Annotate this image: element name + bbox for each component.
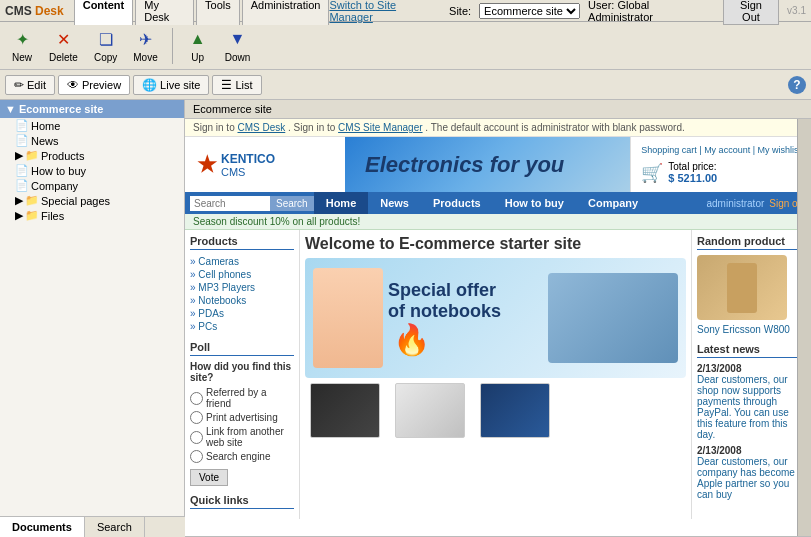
folder-icon: 📁 — [25, 149, 39, 162]
cms-site-manager-link[interactable]: CMS Site Manager — [338, 122, 422, 133]
view-toolbar: ✏ Edit 👁 Preview 🌐 Live site ☰ List ? — [0, 70, 811, 100]
folder-icon: 📁 — [25, 194, 39, 207]
live-site-icon: 🌐 — [142, 78, 157, 92]
tree-root[interactable]: ▼ Ecommerce site — [0, 100, 184, 118]
new-button[interactable]: ✦ New — [5, 26, 39, 65]
help-button[interactable]: ? — [788, 76, 806, 94]
poll-option-1: Referred by a friend — [190, 387, 294, 409]
poll-label-4: Search engine — [206, 451, 271, 462]
tree-item-special-pages[interactable]: ▶ 📁 Special pages — [0, 193, 184, 208]
poll-option-2: Print advertising — [190, 411, 294, 424]
poll-section: Poll How did you find this site? Referre… — [190, 341, 294, 486]
list-icon: ☰ — [221, 78, 232, 92]
product-thumb-2[interactable] — [390, 383, 470, 440]
tab-administration[interactable]: Administration — [242, 0, 330, 25]
tab-tools[interactable]: Tools — [196, 0, 240, 25]
nav-home[interactable]: Home — [314, 192, 369, 214]
switch-site-manager-link[interactable]: Switch to Site Manager — [329, 0, 441, 23]
site-left-column: Products Cameras Cell phones MP3 Players… — [185, 230, 300, 519]
tree-item-products[interactable]: ▶ 📁 Products — [0, 148, 184, 163]
move-button[interactable]: ✈ Move — [127, 26, 163, 65]
site-banner: Electronics for you — [345, 137, 630, 192]
latest-news-header: Latest news — [697, 343, 806, 358]
news-date-1: 2/13/2008 — [697, 363, 806, 374]
live-site-button[interactable]: 🌐 Live site — [133, 75, 209, 95]
news-link-1[interactable]: Dear customers, our shop now supports pa… — [697, 374, 806, 440]
random-product-image — [697, 255, 787, 320]
tab-search[interactable]: Search — [85, 517, 145, 537]
site-info-bar: Sign in to CMS Desk . Sign in to CMS Sit… — [185, 119, 811, 137]
content-title: Ecommerce site — [185, 100, 811, 119]
sidebar-bottom: Documents Search — [0, 516, 185, 537]
product-pdas[interactable]: PDAs — [190, 307, 294, 320]
search-button[interactable]: Search — [270, 196, 314, 211]
featured-products — [305, 383, 686, 440]
cms-desk-link[interactable]: CMS Desk — [237, 122, 285, 133]
tree-item-home[interactable]: 📄 Home — [0, 118, 184, 133]
special-offer-person — [313, 268, 383, 368]
tree-item-label: Home — [31, 120, 60, 132]
poll-radio-1[interactable] — [190, 392, 203, 405]
info-suffix: . The default account is administrator w… — [425, 122, 684, 133]
product-image-1 — [310, 383, 380, 438]
kentico-k-icon: ★ — [197, 152, 217, 178]
site-nav: Search Home News Products How to buy Com… — [185, 192, 811, 214]
product-pcs[interactable]: PCs — [190, 320, 294, 333]
product-cameras[interactable]: Cameras — [190, 255, 294, 268]
tree-item-label: News — [31, 135, 59, 147]
tree-item-label: Company — [31, 180, 78, 192]
search-input[interactable] — [190, 196, 270, 211]
ecommerce-site-label: Ecommerce site — [19, 103, 103, 115]
top-bar: CMS Desk Content My Desk Tools Administr… — [0, 0, 811, 22]
tree-item-files[interactable]: ▶ 📁 Files — [0, 208, 184, 223]
cart-links[interactable]: Shopping cart | My account | My wishlist — [641, 145, 801, 155]
product-image-3 — [480, 383, 550, 438]
delete-button[interactable]: ✕ Delete — [43, 26, 84, 65]
down-button[interactable]: ▼ Down — [219, 26, 257, 65]
sign-out-button[interactable]: Sign Out — [723, 0, 779, 25]
news-link-2[interactable]: Dear customers, our company has become A… — [697, 456, 806, 500]
tab-content[interactable]: Content — [74, 0, 134, 25]
vote-button[interactable]: Vote — [190, 469, 228, 486]
toolbar-separator — [172, 28, 173, 64]
nav-links: Home News Products How to buy Company — [314, 192, 707, 214]
up-arrow-icon: ▲ — [187, 28, 209, 50]
page-icon: 📄 — [15, 119, 29, 132]
tab-documents[interactable]: Documents — [0, 517, 85, 537]
product-mp3[interactable]: MP3 Players — [190, 281, 294, 294]
site-preview: Sign in to CMS Desk . Sign in to CMS Sit… — [185, 119, 811, 536]
nav-company[interactable]: Company — [576, 192, 650, 214]
scrollbar[interactable] — [797, 119, 811, 536]
cart-total-amount: $ 5211.00 — [668, 172, 717, 184]
nav-howtobuy[interactable]: How to buy — [493, 192, 576, 214]
move-icon: ✈ — [134, 28, 156, 50]
nav-news[interactable]: News — [368, 192, 421, 214]
poll-label-1: Referred by a friend — [206, 387, 294, 409]
poll-radio-3[interactable] — [190, 431, 203, 444]
site-main-content: Products Cameras Cell phones MP3 Players… — [185, 230, 811, 519]
nav-products[interactable]: Products — [421, 192, 493, 214]
edit-button[interactable]: ✏ Edit — [5, 75, 55, 95]
poll-radio-2[interactable] — [190, 411, 203, 424]
special-offer-box: Special offer of notebooks 🔥 — [305, 258, 686, 378]
poll-radio-4[interactable] — [190, 450, 203, 463]
laptop-image — [548, 273, 678, 363]
poll-header: Poll — [190, 341, 294, 356]
tree-item-howtobuy[interactable]: 📄 How to buy — [0, 163, 184, 178]
random-product-name[interactable]: Sony Ericsson W800 — [697, 324, 806, 335]
site-selector[interactable]: Ecommerce site — [479, 3, 580, 19]
poll-question: How did you find this site? — [190, 361, 294, 383]
product-thumb-1[interactable] — [305, 383, 385, 440]
tab-mydesk[interactable]: My Desk — [135, 0, 194, 25]
product-thumb-3[interactable] — [475, 383, 555, 440]
tree-item-company[interactable]: 📄 Company — [0, 178, 184, 193]
bottom-tabs: Documents Search — [0, 516, 185, 537]
list-button[interactable]: ☰ List — [212, 75, 261, 95]
preview-button[interactable]: 👁 Preview — [58, 75, 130, 95]
product-cellphones[interactable]: Cell phones — [190, 268, 294, 281]
product-notebooks[interactable]: Notebooks — [190, 294, 294, 307]
quick-links-header: Quick links — [190, 494, 294, 509]
tree-item-news[interactable]: 📄 News — [0, 133, 184, 148]
copy-button[interactable]: ❏ Copy — [88, 26, 123, 65]
up-button[interactable]: ▲ Up — [181, 26, 215, 65]
